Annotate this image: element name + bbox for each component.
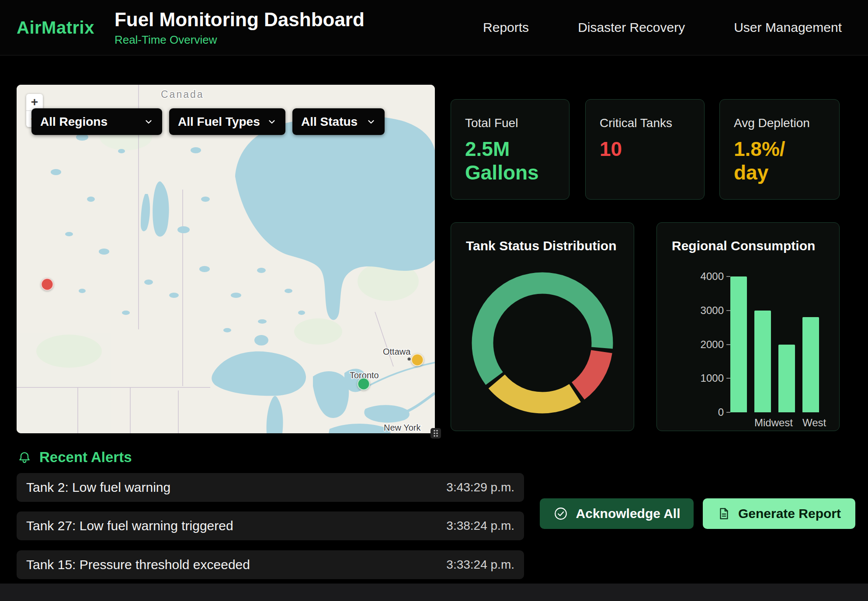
tank-status-donut	[470, 271, 615, 415]
region-filter-value: All Regions	[40, 115, 108, 129]
alert-text: Tank 15: Pressure threshold exceeded	[26, 557, 250, 572]
dashboard-page: AirMatrix Fuel Monitoring Dashboard Real…	[0, 0, 868, 601]
chevron-down-icon	[144, 117, 153, 127]
tank-marker-critical[interactable]	[41, 278, 53, 291]
acknowledge-all-button[interactable]: Acknowledge All	[540, 498, 694, 529]
check-circle-icon	[553, 506, 568, 521]
stat-card-critical-tanks: Critical Tanks 10	[585, 99, 705, 200]
nav-item-reports[interactable]: Reports	[483, 20, 529, 35]
document-icon	[717, 507, 730, 520]
map-filter-bar: All Regions All Fuel Types All Status	[31, 108, 385, 135]
y-tick: 2000	[701, 338, 730, 351]
footer-bar	[0, 584, 868, 601]
alert-text: Tank 27: Low fuel warning triggered	[26, 518, 233, 533]
tank-status-chart-card: Tank Status Distribution	[451, 222, 634, 431]
x-tick: West	[802, 417, 819, 429]
page-subtitle: Real-Time Overview	[115, 33, 365, 47]
x-tick: Midwest	[754, 417, 771, 429]
stat-label: Critical Tanks	[600, 116, 690, 130]
generate-report-label: Generate Report	[738, 506, 841, 521]
alert-list-item[interactable]: Tank 27: Low fuel warning triggered 3:38…	[17, 511, 524, 540]
plot-area: Midwest West	[730, 276, 819, 429]
stat-card-avg-depletion: Avg Depletion 1.8%/ day	[719, 99, 840, 200]
tank-marker-normal[interactable]	[358, 377, 370, 390]
y-tick: 3000	[701, 304, 730, 317]
stat-value-critical-tanks: 10	[600, 137, 690, 161]
acknowledge-all-label: Acknowledge All	[576, 506, 681, 521]
nav-item-disaster-recovery[interactable]: Disaster Recovery	[578, 20, 685, 35]
bell-icon	[17, 450, 31, 464]
stat-label: Avg Depletion	[734, 116, 825, 130]
bar-chart-title: Regional Consumption	[657, 223, 839, 253]
brand-logo[interactable]: AirMatrix	[17, 18, 94, 38]
donut-chart-title: Tank Status Distribution	[451, 223, 634, 253]
map-label-new-york: New York	[384, 423, 421, 432]
recent-alerts-header: Recent Alerts	[17, 449, 132, 466]
x-axis-labels: Midwest West	[730, 417, 819, 429]
donut-chart	[451, 271, 634, 415]
bar-region-west	[802, 317, 819, 412]
chevron-down-icon	[366, 117, 376, 127]
bar-region-midwest	[754, 311, 771, 412]
map-resize-handle[interactable]	[431, 428, 441, 439]
alert-time: 3:38:24 p.m.	[446, 519, 514, 533]
y-axis: 4000 3000 2000 1000 0	[657, 276, 730, 412]
status-filter-value: All Status	[301, 115, 358, 129]
ottawa-city-dot	[408, 358, 411, 361]
page-title: Fuel Monitoring Dashboard	[115, 9, 365, 31]
main-nav: Reports Disaster Recovery User Managemen…	[483, 20, 842, 35]
fuel-type-filter-value: All Fuel Types	[178, 115, 260, 129]
generate-report-button[interactable]: Generate Report	[703, 498, 855, 529]
alert-list-item[interactable]: Tank 15: Pressure threshold exceeded 3:3…	[17, 550, 524, 579]
title-block: Fuel Monitoring Dashboard Real-Time Over…	[115, 9, 365, 47]
chevron-down-icon	[267, 117, 277, 127]
map-label-canada: Canada	[161, 89, 204, 100]
stat-label: Total Fuel	[465, 116, 555, 130]
stat-card-total-fuel: Total Fuel 2.5M Gallons	[451, 99, 569, 200]
x-tick	[730, 417, 747, 429]
regional-consumption-chart-card: Regional Consumption 4000 3000 2000 1000…	[656, 222, 840, 431]
alert-list-item[interactable]: Tank 2: Low fuel warning 3:43:29 p.m.	[17, 473, 524, 502]
region-filter-dropdown[interactable]: All Regions	[31, 108, 162, 135]
tank-marker-warning[interactable]	[411, 354, 424, 366]
alerts-title: Recent Alerts	[39, 449, 132, 466]
alert-time: 3:33:24 p.m.	[446, 558, 514, 572]
alert-text: Tank 2: Low fuel warning	[26, 480, 170, 495]
status-filter-dropdown[interactable]: All Status	[292, 108, 385, 135]
grip-dots-icon	[433, 429, 439, 437]
map-label-ottawa: Ottawa	[383, 347, 411, 356]
fuel-map[interactable]: Canada Ottawa Toronto New York + − All R…	[17, 85, 435, 433]
nav-item-user-management[interactable]: User Management	[734, 20, 842, 35]
map-canvas[interactable]: Canada Ottawa Toronto New York	[17, 85, 435, 433]
bar-region-1	[730, 276, 747, 412]
fuel-type-filter-dropdown[interactable]: All Fuel Types	[169, 108, 285, 135]
stat-value-avg-depletion: 1.8%/ day	[734, 137, 825, 185]
y-tick: 1000	[701, 372, 730, 384]
y-tick: 0	[718, 406, 730, 418]
stat-value-total-fuel: 2.5M Gallons	[465, 137, 555, 185]
x-tick	[778, 417, 795, 429]
app-header: AirMatrix Fuel Monitoring Dashboard Real…	[0, 0, 868, 55]
bar-region-3	[778, 345, 795, 413]
alert-time: 3:43:29 p.m.	[446, 480, 514, 494]
y-tick: 4000	[701, 270, 730, 283]
